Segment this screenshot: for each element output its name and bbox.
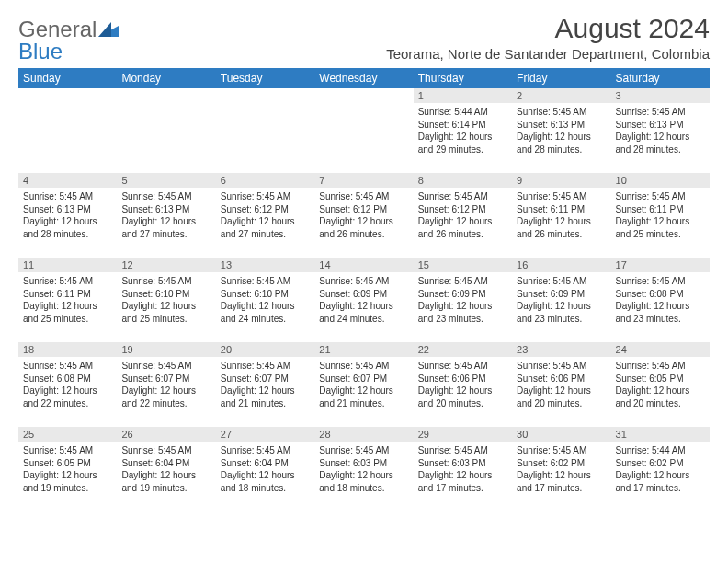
day-number: 22 [414,342,512,357]
day-body: Sunrise: 5:45 AMSunset: 6:03 PMDaylight:… [314,442,413,498]
sunrise-line: Sunrise: 5:45 AM [221,191,290,201]
header: General Blue August 2024 Teorama, Norte … [18,13,710,63]
sunrise-line: Sunrise: 5:45 AM [517,361,586,371]
sunrise-line: Sunrise: 5:45 AM [616,191,686,201]
day-body: Sunrise: 5:45 AMSunset: 6:07 PMDaylight:… [314,357,413,413]
day-body: Sunrise: 5:45 AMSunset: 6:12 PMDaylight:… [216,188,314,244]
day-number: 28 [314,427,413,442]
sunset-line: Sunset: 6:07 PM [221,373,289,384]
weekday-header: Sunday [18,68,117,88]
day-number: 26 [117,427,215,442]
logo-general: General [18,17,97,41]
page-subtitle: Teorama, Norte de Santander Department, … [386,46,710,62]
day-number: 3 [611,88,710,103]
day-body: Sunrise: 5:45 AMSunset: 6:13 PMDaylight:… [117,188,215,244]
sunrise-line: Sunrise: 5:45 AM [319,361,389,371]
page-title: August 2024 [386,13,710,44]
sunset-line: Sunset: 6:13 PM [23,204,91,214]
sunset-line: Sunset: 6:12 PM [319,204,387,214]
sunset-line: Sunset: 6:03 PM [418,458,486,468]
calendar-day-cell: 1Sunrise: 5:44 AMSunset: 6:14 PMDaylight… [414,88,512,173]
sunset-line: Sunset: 6:08 PM [23,373,91,384]
sunrise-line: Sunrise: 5:45 AM [418,445,488,455]
calendar-day-cell: 8Sunrise: 5:45 AMSunset: 6:12 PMDaylight… [414,173,512,258]
sunrise-line: Sunrise: 5:45 AM [121,191,191,201]
daylight-line: Daylight: 12 hours and 25 minutes. [23,301,97,324]
sunrise-line: Sunrise: 5:45 AM [221,361,290,371]
day-body: Sunrise: 5:45 AMSunset: 6:04 PMDaylight:… [216,442,314,498]
weekday-header: Tuesday [216,68,314,88]
sunrise-line: Sunrise: 5:45 AM [221,276,290,286]
calendar-day-cell: 3Sunrise: 5:45 AMSunset: 6:13 PMDaylight… [611,88,710,173]
sunset-line: Sunset: 6:07 PM [319,373,387,384]
sunrise-line: Sunrise: 5:45 AM [23,191,93,201]
calendar-day-cell: 28Sunrise: 5:45 AMSunset: 6:03 PMDayligh… [314,427,413,511]
sunrise-line: Sunrise: 5:45 AM [23,276,93,286]
sunrise-line: Sunrise: 5:45 AM [121,361,191,371]
weekday-header: Wednesday [314,68,413,88]
sunset-line: Sunset: 6:04 PM [121,458,189,468]
sunset-line: Sunset: 6:13 PM [121,204,189,214]
daylight-line: Daylight: 12 hours and 21 minutes. [221,385,295,408]
calendar-day-cell: 14Sunrise: 5:45 AMSunset: 6:09 PMDayligh… [314,258,413,342]
daylight-line: Daylight: 12 hours and 23 minutes. [616,301,690,324]
sunrise-line: Sunrise: 5:45 AM [418,276,488,286]
daylight-line: Daylight: 12 hours and 26 minutes. [319,216,393,239]
day-body: Sunrise: 5:45 AMSunset: 6:11 PMDaylight:… [18,272,117,328]
day-number: 23 [512,342,610,357]
day-body: Sunrise: 5:45 AMSunset: 6:07 PMDaylight:… [117,357,215,413]
sunset-line: Sunset: 6:04 PM [221,458,289,468]
day-number: 31 [611,427,710,442]
day-number: 2 [512,88,610,103]
daylight-line: Daylight: 12 hours and 28 minutes. [23,216,97,239]
calendar-day-cell: 10Sunrise: 5:45 AMSunset: 6:11 PMDayligh… [611,173,710,258]
day-number: 6 [216,173,314,188]
daylight-line: Daylight: 12 hours and 27 minutes. [221,216,295,239]
day-body: Sunrise: 5:45 AMSunset: 6:12 PMDaylight:… [414,188,512,244]
sunset-line: Sunset: 6:13 PM [517,120,585,130]
day-body: Sunrise: 5:45 AMSunset: 6:09 PMDaylight:… [314,272,413,328]
daylight-line: Daylight: 12 hours and 22 minutes. [23,385,97,408]
svg-marker-1 [98,22,111,37]
day-body: Sunrise: 5:45 AMSunset: 6:06 PMDaylight:… [512,357,610,413]
sunrise-line: Sunrise: 5:45 AM [319,445,389,455]
day-body: Sunrise: 5:45 AMSunset: 6:07 PMDaylight:… [216,357,314,413]
calendar-day-cell: 24Sunrise: 5:45 AMSunset: 6:05 PMDayligh… [611,342,710,427]
sunset-line: Sunset: 6:05 PM [616,373,684,384]
day-number: 30 [512,427,610,442]
daylight-line: Daylight: 12 hours and 24 minutes. [319,301,393,324]
calendar-day-cell [117,88,215,173]
daylight-line: Daylight: 12 hours and 28 minutes. [616,132,690,155]
calendar-day-cell: 11Sunrise: 5:45 AMSunset: 6:11 PMDayligh… [18,258,117,342]
weekday-header-row: SundayMondayTuesdayWednesdayThursdayFrid… [18,68,710,88]
sunset-line: Sunset: 6:02 PM [616,458,684,468]
calendar-day-cell: 9Sunrise: 5:45 AMSunset: 6:11 PMDaylight… [512,173,610,258]
daylight-line: Daylight: 12 hours and 18 minutes. [319,470,393,493]
sunrise-line: Sunrise: 5:45 AM [23,445,93,455]
sunrise-line: Sunrise: 5:45 AM [616,361,686,371]
day-body: Sunrise: 5:45 AMSunset: 6:11 PMDaylight:… [512,188,610,244]
calendar-day-cell: 5Sunrise: 5:45 AMSunset: 6:13 PMDaylight… [117,173,215,258]
title-block: August 2024 Teorama, Norte de Santander … [386,13,710,62]
calendar-day-cell: 30Sunrise: 5:45 AMSunset: 6:02 PMDayligh… [512,427,610,511]
day-number: 9 [512,173,610,188]
calendar-day-cell: 7Sunrise: 5:45 AMSunset: 6:12 PMDaylight… [314,173,413,258]
day-number: 7 [314,173,413,188]
calendar-body: 1Sunrise: 5:44 AMSunset: 6:14 PMDaylight… [18,88,710,511]
calendar-day-cell: 2Sunrise: 5:45 AMSunset: 6:13 PMDaylight… [512,88,610,173]
day-number: 8 [414,173,512,188]
sunset-line: Sunset: 6:11 PM [616,204,684,214]
calendar-day-cell: 6Sunrise: 5:45 AMSunset: 6:12 PMDaylight… [216,173,314,258]
day-number: 21 [314,342,413,357]
sunset-line: Sunset: 6:03 PM [319,458,387,468]
weekday-header: Friday [512,68,610,88]
sunset-line: Sunset: 6:09 PM [418,289,486,299]
day-number: 14 [314,258,413,272]
day-body: Sunrise: 5:44 AMSunset: 6:02 PMDaylight:… [611,442,710,498]
day-number: 25 [18,427,117,442]
sunrise-line: Sunrise: 5:45 AM [121,445,191,455]
day-body: Sunrise: 5:45 AMSunset: 6:13 PMDaylight:… [611,103,710,159]
daylight-line: Daylight: 12 hours and 25 minutes. [616,216,690,239]
logo-mark-icon [98,22,119,37]
calendar-day-cell: 26Sunrise: 5:45 AMSunset: 6:04 PMDayligh… [117,427,215,511]
